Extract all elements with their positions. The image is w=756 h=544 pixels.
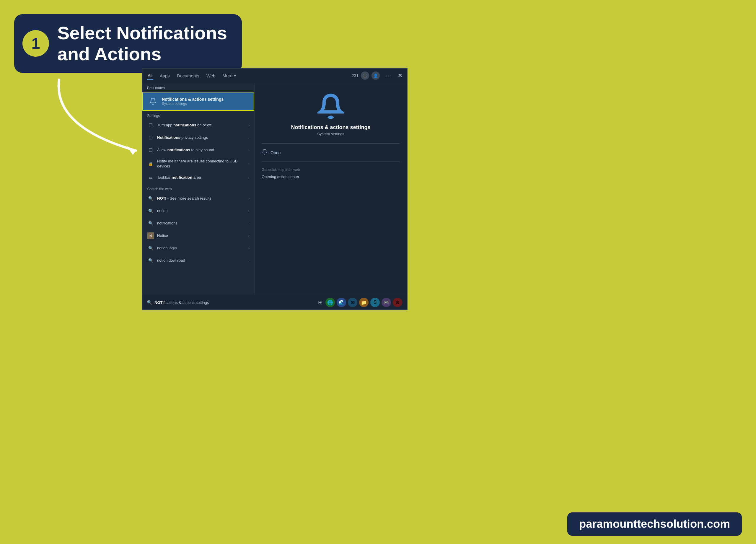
grid-icon[interactable]: ⊞ (318, 299, 322, 306)
svg-marker-0 (127, 146, 136, 155)
web-item-notion-login[interactable]: 🔍 notion login › (142, 242, 254, 254)
search-icon-4: 🔍 (147, 245, 154, 252)
settings-item-turn-app[interactable]: ☐ Turn app notifications on or off › (142, 119, 254, 131)
settings-item-text: Turn app notifications on or off (157, 123, 245, 128)
settings-item-text-5: Taskbar notification area (157, 175, 245, 180)
right-divider (262, 143, 400, 144)
taskbar-icon: ▭ (147, 174, 154, 181)
best-match-item[interactable]: Notifications & actions settings System … (142, 92, 254, 111)
chevron-right-icon-w1: › (248, 196, 250, 201)
nav-tab-apps[interactable]: Apps (159, 72, 170, 79)
settings-item-text-3: Allow notifications to play sound (157, 148, 245, 153)
usb-icon: 🔒 (147, 160, 154, 167)
best-match-label: Best match (142, 83, 254, 92)
taskbar-search-icon: 🔍 (147, 300, 152, 305)
web-item-text-notion-download: notion download (157, 258, 245, 263)
chevron-right-icon-w3: › (248, 221, 250, 225)
settings-item-taskbar[interactable]: ▭ Taskbar notification area › (142, 172, 254, 184)
taskbar-search[interactable]: 🔍 NOTIfications & actions settings (147, 300, 315, 305)
nav-tab-documents[interactable]: Documents (176, 72, 200, 79)
chevron-right-icon-w4: › (248, 234, 250, 238)
chevron-right-icon: › (248, 123, 250, 127)
search-icon-3: 🔍 (147, 220, 154, 227)
nav-headphone-icon[interactable]: 🎧 (361, 71, 369, 80)
chevron-right-icon-5: › (248, 176, 250, 180)
notification-square-icon-3: ☐ (147, 146, 154, 154)
right-panel-subtitle: System settings (262, 132, 400, 136)
web-item-text-notice: Notice (157, 233, 245, 238)
web-item-notifications[interactable]: 🔍 notifications › (142, 217, 254, 229)
best-match-title: Notifications & actions settings (162, 97, 224, 102)
taskbar: 🔍 NOTIfications & actions settings ⊞ 🌐 🌊… (142, 295, 407, 310)
web-item-text-noti: NOTI - See more search results (157, 196, 245, 201)
nav-tab-web[interactable]: Web (206, 72, 216, 79)
chevron-right-icon-3: › (248, 148, 250, 152)
nav-bar: All Apps Documents Web More ▾ 231 🎧 👤 ··… (142, 69, 407, 83)
branding: paramounttechsolution.com (567, 512, 742, 536)
right-action-open[interactable]: Open (262, 146, 400, 159)
best-match-text: Notifications & actions settings System … (162, 97, 224, 106)
search-panel: All Apps Documents Web More ▾ 231 🎧 👤 ··… (142, 68, 408, 310)
web-item-text-notifications: notifications (157, 221, 245, 225)
notification-square-icon-2: ☐ (147, 134, 154, 141)
settings-item-usb[interactable]: 🔒 Notify me if there are issues connecti… (142, 156, 254, 172)
right-panel: Notifications & actions settings System … (255, 83, 407, 295)
panel-content: Best match Notifications & actions setti… (142, 83, 407, 295)
web-item-text-notion: notion (157, 209, 245, 213)
step-badge: 1 Select Notifications and Actions (14, 14, 242, 73)
settings-item-sound[interactable]: ☐ Allow notifications to play sound › (142, 144, 254, 156)
notice-thumbnail-icon: N (147, 232, 154, 239)
chevron-right-icon-w6: › (248, 258, 250, 263)
right-panel-icon (262, 93, 400, 120)
open-icon (262, 149, 268, 156)
settings-item-privacy[interactable]: ☐ Notifications privacy settings › (142, 131, 254, 144)
taskbar-app-chrome[interactable]: ⚙ (393, 298, 402, 307)
web-item-notion[interactable]: 🔍 notion › (142, 205, 254, 217)
taskbar-app-skype[interactable]: S (370, 298, 380, 307)
settings-item-text-4: Notify me if there are issues connecting… (157, 159, 245, 169)
chevron-right-icon-w5: › (248, 246, 250, 250)
search-icon-5: 🔍 (147, 257, 154, 264)
taskbar-apps: 🌐 🌊 ✉ 📁 S 🎮 ⚙ (325, 298, 402, 307)
left-panel: Best match Notifications & actions setti… (142, 83, 255, 295)
nav-tab-more[interactable]: More ▾ (222, 72, 237, 79)
step-title: Select Notifications and Actions (57, 22, 227, 65)
nav-user-icon[interactable]: 👤 (372, 71, 380, 80)
nav-more-button[interactable]: ··· (386, 73, 392, 79)
branding-text: paramounttechsolution.com (579, 518, 730, 530)
web-item-noti[interactable]: 🔍 NOTI - See more search results › (142, 192, 254, 205)
settings-item-text-2: Notifications privacy settings (157, 135, 245, 140)
right-panel-title: Notifications & actions settings (262, 124, 400, 131)
chevron-right-icon-4: › (248, 162, 250, 166)
web-section-label: Search the web (142, 184, 254, 192)
nav-count: 231 🎧 👤 (352, 71, 380, 80)
web-item-text-notion-login: notion login (157, 246, 245, 250)
best-match-subtitle: System settings (162, 102, 224, 106)
taskbar-app-mail[interactable]: ✉ (348, 298, 357, 307)
taskbar-app-files[interactable]: 📁 (359, 298, 369, 307)
chevron-right-icon-w2: › (248, 209, 250, 213)
search-icon-2: 🔍 (147, 207, 154, 214)
right-divider-2 (262, 162, 400, 162)
step-number: 1 (22, 30, 49, 57)
taskbar-app-windows[interactable]: 🌐 (325, 298, 335, 307)
taskbar-app-extra[interactable]: 🎮 (382, 298, 391, 307)
settings-section-label: Settings (142, 111, 254, 119)
taskbar-app-edge[interactable]: 🌊 (337, 298, 346, 307)
web-item-notice[interactable]: N Notice › (142, 229, 254, 242)
open-label: Open (271, 150, 281, 155)
web-help-item-1[interactable]: Opening action center (262, 174, 400, 180)
search-icon: 🔍 (147, 195, 154, 202)
arrow-decoration (35, 74, 159, 168)
web-help-label: Get quick help from web (262, 168, 400, 172)
nav-close-button[interactable]: ✕ (398, 72, 402, 79)
notification-icon (148, 96, 158, 107)
taskbar-search-text: NOTIfications & actions settings (154, 300, 209, 305)
web-item-notion-download[interactable]: 🔍 notion download › (142, 254, 254, 267)
nav-tab-all[interactable]: All (147, 72, 153, 80)
chevron-right-icon-2: › (248, 136, 250, 140)
notification-square-icon: ☐ (147, 122, 154, 129)
